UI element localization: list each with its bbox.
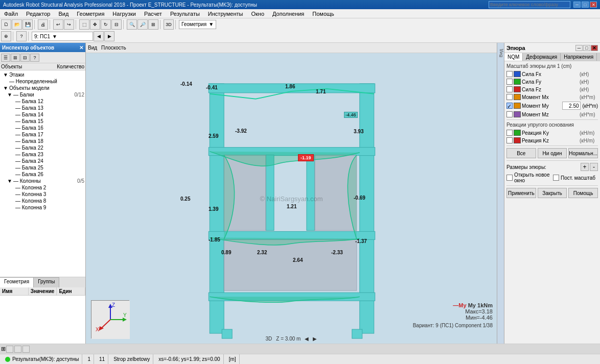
- tree-neopred[interactable]: — Неопределенный: [1, 78, 84, 85]
- tree-balka-15[interactable]: — Балка 15: [1, 118, 84, 125]
- epura-tab-rea[interactable]: Реа: [597, 53, 600, 61]
- menu-loads[interactable]: Нагрузки: [110, 10, 138, 17]
- btb-1[interactable]: [6, 346, 13, 353]
- tree-area[interactable]: ▼ Этажи — Неопределенный ▼ Объекты модел…: [0, 70, 85, 277]
- lc-dropdown[interactable]: 9: ПС1 ▼: [32, 32, 93, 41]
- tb-zoom-out[interactable]: 🔎: [137, 19, 148, 30]
- tree-balka-22[interactable]: — Балка 22: [1, 144, 84, 151]
- minimize-button[interactable]: ─: [573, 2, 581, 8]
- tb-help[interactable]: ?: [16, 31, 27, 41]
- maximize-button[interactable]: □: [582, 2, 589, 8]
- inspector-btn-1[interactable]: ☰: [1, 54, 10, 62]
- menu-geometry[interactable]: Геометрия: [75, 10, 106, 17]
- inspector-btn-4[interactable]: ?: [30, 54, 39, 62]
- force-fx-checkbox[interactable]: [506, 71, 513, 77]
- btn-none[interactable]: Ни один: [538, 148, 567, 158]
- tb-zoom-all[interactable]: ⊞: [148, 19, 158, 30]
- new-window-checkbox[interactable]: [506, 175, 513, 181]
- tree-balka-12[interactable]: — Балка 12: [1, 98, 84, 105]
- val-v17: 2.64: [293, 257, 303, 263]
- scroll-right-icon[interactable]: ▶: [313, 336, 317, 342]
- epura-tab-deform[interactable]: Деформация: [523, 53, 561, 61]
- epura-tab-nqm[interactable]: NQM: [504, 53, 523, 61]
- tree-objects-label: Объекты модели: [9, 85, 50, 91]
- tb-3d[interactable]: 3D: [164, 19, 174, 30]
- tb-next-lc[interactable]: ▶: [104, 31, 114, 41]
- btb-3[interactable]: [22, 346, 30, 353]
- tb-rotate[interactable]: ↻: [101, 19, 111, 30]
- force-fy-checkbox[interactable]: [506, 79, 513, 85]
- tree-kolonna-8[interactable]: — Колонна 8: [1, 198, 84, 204]
- tree-kolonny[interactable]: ▼ — Колонны 0/5: [1, 178, 84, 184]
- scroll-left-icon[interactable]: ◀: [305, 336, 309, 342]
- size-minus-btn[interactable]: -: [590, 163, 598, 171]
- epura-tab-napr[interactable]: Напряжения: [561, 53, 597, 61]
- btn-close[interactable]: Закрыть: [538, 188, 567, 198]
- menu-results[interactable]: Результаты: [168, 10, 202, 17]
- tree-balka-13[interactable]: — Балка 13: [1, 105, 84, 111]
- reaction-ky-checkbox[interactable]: [506, 130, 513, 136]
- tree-balka-17[interactable]: — Балка 17: [1, 131, 84, 138]
- tb-new[interactable]: 🗋: [1, 19, 11, 30]
- moment-my-color: [514, 103, 521, 109]
- tb-move[interactable]: ✥: [90, 19, 100, 30]
- force-fz-checkbox[interactable]: [506, 86, 513, 92]
- tree-kolonna-3[interactable]: — Колонна 3: [1, 191, 84, 198]
- tb-prev-lc[interactable]: ◀: [94, 31, 104, 41]
- tb-mirror[interactable]: ⊟: [111, 19, 122, 30]
- menu-tools[interactable]: Инструменты: [206, 10, 245, 17]
- btn-apply[interactable]: Применить: [506, 188, 536, 198]
- menu-addons[interactable]: Дополнения: [270, 10, 306, 17]
- tree-balki[interactable]: ▼ — Балки 0/12: [1, 91, 84, 98]
- menu-view[interactable]: Вид: [56, 10, 71, 17]
- tree-balka-14[interactable]: — Балка 14: [1, 111, 84, 118]
- menu-help[interactable]: Помощь: [310, 10, 336, 17]
- tab-geometry[interactable]: Геометрия: [0, 277, 34, 287]
- reaction-kz-checkbox[interactable]: [506, 137, 513, 143]
- tree-kolonna-2[interactable]: — Колонна 2: [1, 184, 84, 191]
- tree-kolonna-9[interactable]: — Колонна 9: [1, 204, 84, 211]
- tb-save[interactable]: 💾: [22, 19, 33, 30]
- btn-norm[interactable]: Нормальн...: [568, 148, 598, 158]
- tree-balka-25[interactable]: — Балка 25: [1, 164, 84, 171]
- tree-balka-23[interactable]: — Балка 23: [1, 151, 84, 158]
- size-plus-btn[interactable]: +: [581, 163, 589, 171]
- tree-etazhi[interactable]: ▼ Этажи: [1, 71, 84, 78]
- tb-print[interactable]: 🖨: [38, 19, 48, 30]
- geometry-dropdown[interactable]: Геометрия ▼: [179, 20, 216, 29]
- moment-mz-checkbox[interactable]: [506, 111, 513, 117]
- moment-my-checkbox[interactable]: ✓: [506, 103, 513, 109]
- tb-select[interactable]: ⬚: [79, 19, 89, 30]
- moment-mx-checkbox[interactable]: [506, 94, 513, 100]
- tree-balka-24[interactable]: — Балка 24: [1, 158, 84, 164]
- btn-all[interactable]: Все: [506, 148, 536, 158]
- btb-2[interactable]: [14, 346, 21, 353]
- search-input[interactable]: [489, 1, 570, 8]
- viewport-content[interactable]: -4.46 -0.14 -0.41 1.86 1.71 2.59 -3.92 3…: [86, 53, 497, 344]
- epura-close-btn[interactable]: ✕: [591, 45, 598, 51]
- viewport[interactable]: Вид Плоскость: [86, 43, 497, 344]
- tree-objects[interactable]: ▼ Объекты модели: [1, 85, 84, 91]
- inspector-close-icon[interactable]: ✕: [79, 45, 83, 51]
- tb-open[interactable]: 📂: [12, 19, 22, 30]
- tb-snap[interactable]: ⊕: [1, 31, 11, 41]
- tree-balka-18[interactable]: — Балка 18: [1, 138, 84, 144]
- tb-redo[interactable]: ↪: [64, 19, 74, 30]
- menu-file[interactable]: Файл: [2, 10, 20, 17]
- inspector-btn-3[interactable]: ⊟: [20, 54, 30, 62]
- moment-my-value[interactable]: 2.50: [562, 102, 581, 110]
- post-scale-checkbox[interactable]: [553, 175, 559, 181]
- menu-window[interactable]: Окно: [249, 10, 266, 17]
- epura-maximize-btn[interactable]: □: [583, 45, 590, 51]
- close-button[interactable]: ✕: [590, 2, 597, 8]
- tree-balka-26[interactable]: — Балка 26: [1, 171, 84, 178]
- btn-help[interactable]: Помощь: [568, 188, 598, 198]
- inspector-btn-2[interactable]: ⊞: [11, 54, 20, 62]
- menu-edit[interactable]: Редактор: [24, 10, 52, 17]
- tb-zoom-in[interactable]: 🔍: [127, 19, 137, 30]
- menu-calc[interactable]: Расчет: [142, 10, 164, 17]
- epura-minimize-btn[interactable]: ─: [575, 45, 583, 51]
- tab-groups[interactable]: Группы: [34, 277, 59, 287]
- tree-balka-16[interactable]: — Балка 16: [1, 125, 84, 131]
- tb-undo[interactable]: ↩: [53, 19, 63, 30]
